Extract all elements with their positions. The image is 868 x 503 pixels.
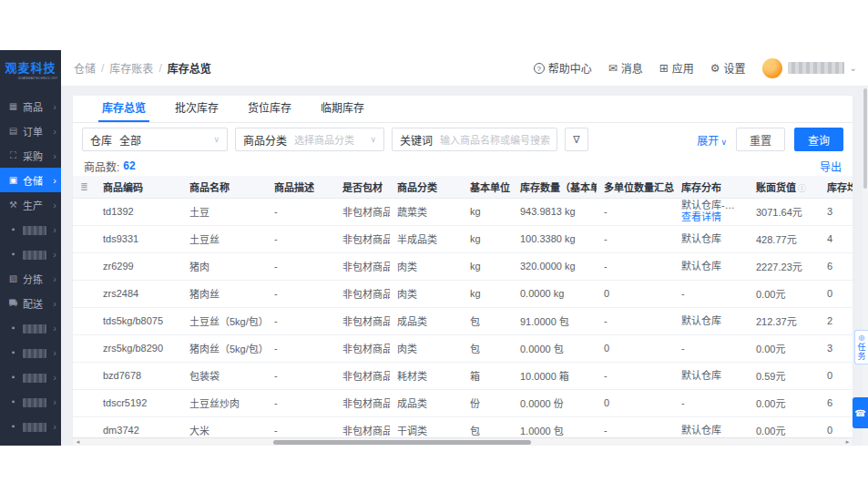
table-row[interactable]: td1392土豆-非包材商品蔬菜类kg943.9813 kg-默认仓库-项目点仓…	[73, 198, 853, 225]
column-header-unit[interactable]: 基本单位	[463, 176, 513, 198]
table-row[interactable]: tds9331土豆丝-非包材商品半成品类kg100.3380 kg-默认仓库42…	[73, 225, 853, 252]
table-row[interactable]: tdscr5192土豆丝炒肉-非包材商品成品类份0.0000 份0-0.00元6	[73, 389, 853, 416]
export-link[interactable]: 导出	[820, 159, 842, 174]
chevron-down-icon: ∨	[720, 138, 727, 147]
search-button[interactable]: 查询	[794, 128, 843, 151]
cell-multi: -	[597, 252, 674, 280]
table-filter-icon[interactable]: ≣	[73, 176, 96, 198]
cell-desc: -	[267, 252, 335, 280]
tasks-panel-tab[interactable]: ◎ 任务	[854, 330, 868, 364]
table-row[interactable]: bzd7678包装袋-非包材商品耗材类箱10.0000 箱-默认仓库0.59元0	[73, 362, 853, 389]
topbar-action-apps[interactable]: ⊞应用	[659, 60, 694, 76]
sidebar-item-redacted-1[interactable]: ▪›	[0, 217, 61, 241]
breadcrumb-item-warehouse[interactable]: 仓储	[74, 60, 96, 76]
cell-dist: -	[674, 389, 749, 416]
orders-icon: ▤	[7, 126, 19, 136]
distribution-text: 默认仓库	[681, 233, 741, 245]
row-spacer	[73, 362, 96, 389]
sidebar-item-redacted-6[interactable]: ▪›	[0, 389, 61, 414]
filter-funnel-button[interactable]: ∇	[565, 128, 588, 151]
sidebar-item-production[interactable]: ⚒生产›	[0, 192, 61, 217]
tab-0[interactable]: 库存总览	[87, 96, 160, 122]
cell-unit: 包	[463, 307, 513, 334]
cell-category: 耗材类	[390, 362, 463, 389]
user-menu[interactable]: ⌄	[762, 58, 857, 78]
column-header-name[interactable]: 商品名称	[182, 176, 267, 198]
warehouse-select[interactable]: 仓库 全部 ∨	[82, 128, 228, 151]
sidebar-item-label: 仓储	[23, 173, 53, 188]
scroll-thumb[interactable]	[273, 440, 532, 445]
topbar: 仓储 / 库存账表 / 库存总览 ?帮助中心✉消息⊞应用⚙设置 ⌄	[61, 50, 868, 87]
column-header-value[interactable]: 账面货值ⓘ	[749, 176, 820, 198]
column-header-pack[interactable]: 是否包材	[335, 176, 390, 198]
breadcrumb-current: 库存总览	[168, 60, 211, 76]
logo-subtitle: GUANMAITECHNOLOGY	[17, 77, 43, 80]
table-row[interactable]: zr6299猪肉-非包材商品肉类kg320.0000 kg-默认仓库2227.2…	[73, 252, 853, 280]
chevron-right-icon: ›	[53, 200, 56, 210]
sidebar-item-redacted-7[interactable]: ▪›	[0, 414, 61, 438]
info-icon[interactable]: ⓘ	[798, 184, 806, 193]
expand-link[interactable]: 展开∨	[697, 132, 727, 148]
cell-pack: 非包材商品	[335, 198, 390, 225]
sidebar-item-purchase[interactable]: ⛶采购›	[0, 143, 61, 168]
vertical-scroll-thumb[interactable]	[863, 88, 867, 189]
sidebar-item-sorting[interactable]: ▧分拣›	[0, 266, 61, 291]
column-header-multi[interactable]: 多单位数量汇总ⓘ	[597, 176, 674, 198]
goods-icon: ▦	[7, 101, 19, 111]
redacted-label	[23, 398, 46, 407]
cell-value: 212.37元	[749, 307, 820, 334]
table-row[interactable]: zrs5kg/b8290猪肉丝（5kg/包）-非包材商品肉类包0.0000 包0…	[73, 334, 853, 362]
table-row[interactable]: tds5kg/b8075土豆丝（5kg/包）-非包材商品成品类包91.0000 …	[73, 307, 853, 334]
column-header-qty[interactable]: 库存数量（基本单位）ⓘ	[513, 176, 597, 198]
distribution-text: 默认仓库	[681, 315, 741, 327]
screenshot-canvas: 观麦科技 GUANMAITECHNOLOGY ▦商品›▤订单›⛶采购›▣仓储›⚒…	[0, 0, 868, 503]
topbar-action-messages[interactable]: ✉消息	[608, 60, 643, 76]
scroll-left-arrow[interactable]: ◄	[73, 438, 83, 446]
column-header-desc[interactable]: 商品描述	[267, 176, 335, 198]
sidebar-item-warehouse[interactable]: ▣仓储›	[0, 168, 61, 192]
cell-code: zrs5kg/b8290	[96, 334, 182, 362]
cell-unit: kg	[463, 198, 513, 225]
keyword-input[interactable]: 关键词 输入商品名称或编号搜索	[392, 128, 557, 151]
sidebar-item-redacted-4[interactable]: ▪›	[0, 340, 61, 364]
sidebar-item-orders[interactable]: ▤订单›	[0, 118, 61, 143]
support-button[interactable]: ☎	[853, 397, 868, 428]
avatar	[762, 58, 782, 78]
topbar-action-settings[interactable]: ⚙设置	[710, 60, 746, 76]
sidebar-item-label: 分拣	[23, 272, 53, 286]
reset-button[interactable]: 重置	[736, 128, 785, 151]
sidebar-item-goods[interactable]: ▦商品›	[0, 94, 61, 118]
chevron-right-icon: ›	[53, 224, 56, 235]
category-select[interactable]: 商品分类 选择商品分类 ∨	[235, 128, 384, 151]
horizontal-scrollbar[interactable]: ◄ ►	[73, 437, 853, 446]
column-label: 库存均价	[827, 182, 853, 193]
tab-1[interactable]: 批次库存	[160, 96, 233, 122]
view-details-link[interactable]: 查看详情	[681, 211, 741, 223]
tab-3[interactable]: 临期库存	[306, 96, 379, 122]
column-header-category[interactable]: 商品分类	[390, 176, 463, 198]
sidebar-menu: ▦商品›▤订单›⛶采购›▣仓储›⚒生产›▪›▪›▧分拣›⛟配送›▪›▪›▪›▪›…	[0, 94, 61, 438]
cell-category: 肉类	[390, 334, 463, 362]
scroll-right-arrow[interactable]: ►	[842, 438, 853, 446]
column-header-code[interactable]: 商品编码	[96, 176, 182, 198]
scroll-track[interactable]	[83, 438, 842, 446]
sidebar-item-delivery[interactable]: ⛟配送›	[0, 291, 61, 315]
cell-qty: 0.0000 份	[513, 389, 597, 416]
cell-name: 包装袋	[182, 362, 267, 389]
table-row[interactable]: zrs2484猪肉丝-非包材商品肉类kg0.0000 kg0-0.00元0	[73, 280, 853, 307]
breadcrumb-item-inventory-ledger[interactable]: 库存账表	[109, 60, 153, 76]
column-header-dist[interactable]: 库存分布	[674, 176, 749, 198]
cell-value: 3071.64元	[749, 198, 820, 225]
cell-category: 蔬菜类	[390, 198, 463, 225]
sidebar-item-label	[23, 420, 53, 431]
inventory-card: 库存总览批次库存货位库存临期库存 仓库 全部 ∨ 商品分类 选择商品分类 ∨ 关…	[73, 96, 853, 446]
sidebar-item-redacted-5[interactable]: ▪›	[0, 364, 61, 389]
vertical-scrollbar[interactable]	[863, 87, 868, 446]
sidebar-item-label	[23, 248, 53, 259]
column-header-avg[interactable]: 库存均价	[820, 176, 853, 198]
sidebar-item-redacted-2[interactable]: ▪›	[0, 241, 61, 266]
breadcrumb-separator: /	[101, 62, 104, 75]
tab-2[interactable]: 货位库存	[233, 96, 306, 122]
sidebar-item-redacted-3[interactable]: ▪›	[0, 315, 61, 340]
topbar-action-help[interactable]: ?帮助中心	[534, 60, 592, 76]
